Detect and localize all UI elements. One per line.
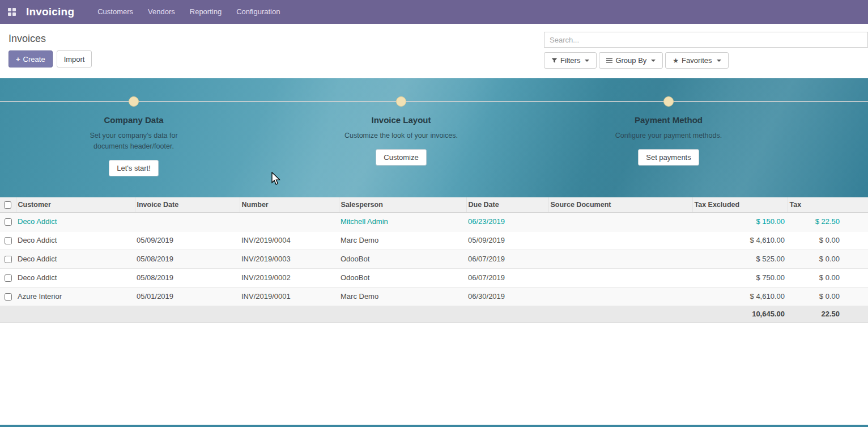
row-checkbox[interactable] bbox=[5, 293, 12, 301]
tax-excluded-cell: $ 150.00 bbox=[692, 212, 788, 231]
row-checkbox[interactable] bbox=[5, 274, 12, 282]
table-row[interactable]: Deco Addict Mitchell Admin 06/23/2019 $ … bbox=[0, 212, 868, 231]
number-cell: INV/2019/0001 bbox=[240, 287, 339, 306]
menu-customers[interactable]: Customers bbox=[90, 0, 141, 24]
chevron-down-icon bbox=[651, 60, 656, 64]
tax-cell: $ 0.00 bbox=[788, 287, 868, 306]
due-date-cell: 06/23/2019 bbox=[466, 212, 548, 231]
invoice-date-cell: 05/09/2019 bbox=[135, 231, 240, 250]
total-tax-excluded: 10,645.00 bbox=[692, 306, 788, 322]
menu-vendors[interactable]: Vendors bbox=[141, 0, 182, 24]
number-cell bbox=[240, 212, 339, 231]
step-dot bbox=[663, 96, 674, 107]
invoice-date-cell: 05/08/2019 bbox=[135, 268, 240, 287]
onboarding-step-invoice-layout: Invoice Layout Customize the look of you… bbox=[267, 78, 535, 197]
menu-configuration[interactable]: Configuration bbox=[229, 0, 287, 24]
tax-excluded-cell: $ 750.00 bbox=[692, 268, 788, 287]
salesperson-cell: OdooBot bbox=[339, 250, 466, 268]
source-document-cell bbox=[548, 212, 692, 231]
star-icon: ★ bbox=[673, 57, 679, 64]
group-by-lines-icon bbox=[606, 57, 612, 64]
due-date-cell: 06/07/2019 bbox=[466, 250, 548, 268]
source-document-cell bbox=[548, 268, 692, 287]
top-navbar: Invoicing Customers Vendors Reporting Co… bbox=[0, 0, 868, 24]
app-title[interactable]: Invoicing bbox=[26, 6, 74, 18]
customer-cell: Deco Addict bbox=[16, 231, 135, 250]
salesperson-link[interactable]: Mitchell Admin bbox=[341, 217, 388, 226]
create-button[interactable]: +Create bbox=[8, 50, 53, 67]
step-description: Configure your payment methods. bbox=[615, 130, 722, 141]
tax-cell: $ 22.50 bbox=[788, 212, 868, 231]
header-customer[interactable]: Customer bbox=[16, 197, 135, 212]
due-date-cell: 06/30/2019 bbox=[466, 287, 548, 306]
header-due-date[interactable]: Due Date bbox=[466, 197, 548, 212]
step-title: Payment Method bbox=[635, 115, 703, 125]
control-panel: Invoices +Create Import Filters Group By… bbox=[0, 24, 868, 78]
row-checkbox[interactable] bbox=[5, 256, 12, 263]
tax-cell: $ 0.00 bbox=[788, 250, 868, 268]
table-row[interactable]: Deco Addict 05/08/2019 INV/2019/0002 Odo… bbox=[0, 268, 868, 287]
tax-excluded-cell: $ 4,610.00 bbox=[692, 231, 788, 250]
header-number[interactable]: Number bbox=[240, 197, 339, 212]
salesperson-cell: Marc Demo bbox=[339, 287, 466, 306]
table-totals-row: 10,645.00 22.50 bbox=[0, 306, 868, 322]
tax-excluded-cell: $ 4,610.00 bbox=[692, 287, 788, 306]
step-dot bbox=[396, 96, 406, 107]
header-salesperson[interactable]: Salesperson bbox=[339, 197, 466, 212]
apps-menu-icon[interactable] bbox=[0, 0, 24, 24]
set-payments-button[interactable]: Set payments bbox=[638, 149, 699, 166]
row-checkbox[interactable] bbox=[5, 218, 12, 226]
row-checkbox[interactable] bbox=[5, 237, 12, 244]
filter-funnel-icon bbox=[551, 57, 558, 64]
table-row[interactable]: Azure Interior 05/01/2019 INV/2019/0001 … bbox=[0, 287, 868, 306]
number-cell: INV/2019/0002 bbox=[240, 268, 339, 287]
invoice-table: Customer Invoice Date Number Salesperson… bbox=[0, 197, 868, 323]
table-row[interactable]: Deco Addict 05/08/2019 INV/2019/0003 Odo… bbox=[0, 250, 868, 268]
due-date-cell: 06/07/2019 bbox=[466, 268, 548, 287]
source-document-cell bbox=[548, 231, 692, 250]
menu-reporting[interactable]: Reporting bbox=[182, 0, 229, 24]
filters-button[interactable]: Filters bbox=[544, 52, 597, 69]
customer-link[interactable]: Deco Addict bbox=[18, 217, 57, 226]
number-cell: INV/2019/0004 bbox=[240, 231, 339, 250]
chevron-down-icon bbox=[717, 60, 721, 64]
bottom-edge bbox=[0, 425, 868, 427]
customer-cell: Azure Interior bbox=[16, 287, 135, 306]
page-title: Invoices bbox=[8, 32, 92, 45]
header-invoice-date[interactable]: Invoice Date bbox=[135, 197, 240, 212]
favorites-button[interactable]: ★ Favorites bbox=[665, 52, 728, 69]
select-all-checkbox-cell bbox=[0, 197, 16, 212]
apps-grid-glyph bbox=[8, 8, 16, 16]
salesperson-cell: Marc Demo bbox=[339, 231, 466, 250]
invoice-date-cell: 05/01/2019 bbox=[135, 287, 240, 306]
source-document-cell bbox=[548, 250, 692, 268]
header-tax-excluded[interactable]: Tax Excluded bbox=[692, 197, 788, 212]
table-header-row: Customer Invoice Date Number Salesperson… bbox=[0, 197, 868, 212]
number-cell: INV/2019/0003 bbox=[240, 250, 339, 268]
step-description: Set your company's data for documents he… bbox=[76, 130, 192, 152]
tax-cell: $ 0.00 bbox=[788, 268, 868, 287]
group-by-button[interactable]: Group By bbox=[599, 52, 663, 69]
lets-start-button[interactable]: Let's start! bbox=[109, 160, 159, 176]
header-source-document[interactable]: Source Document bbox=[548, 197, 692, 212]
table-row[interactable]: Deco Addict 05/09/2019 INV/2019/0004 Mar… bbox=[0, 231, 868, 250]
step-description: Customize the look of your invoices. bbox=[344, 130, 458, 141]
invoice-date-cell: 05/08/2019 bbox=[135, 250, 240, 268]
salesperson-cell: OdooBot bbox=[339, 268, 466, 287]
step-dot bbox=[129, 96, 139, 107]
select-all-checkbox[interactable] bbox=[4, 201, 11, 209]
onboarding-step-company-data: Company Data Set your company's data for… bbox=[0, 78, 267, 197]
header-tax[interactable]: Tax bbox=[788, 197, 868, 212]
total-tax: 22.50 bbox=[788, 306, 868, 322]
content-whitespace bbox=[0, 323, 868, 425]
invoice-date-cell bbox=[135, 212, 240, 231]
navbar-menu: Customers Vendors Reporting Configuratio… bbox=[90, 0, 287, 24]
step-title: Company Data bbox=[104, 115, 163, 125]
search-input[interactable] bbox=[544, 32, 868, 48]
customize-button[interactable]: Customize bbox=[376, 149, 426, 166]
plus-icon: + bbox=[16, 55, 20, 64]
step-title: Invoice Layout bbox=[371, 115, 431, 125]
chevron-down-icon bbox=[585, 60, 589, 64]
import-button[interactable]: Import bbox=[57, 50, 92, 67]
onboarding-step-payment-method: Payment Method Configure your payment me… bbox=[535, 78, 802, 197]
